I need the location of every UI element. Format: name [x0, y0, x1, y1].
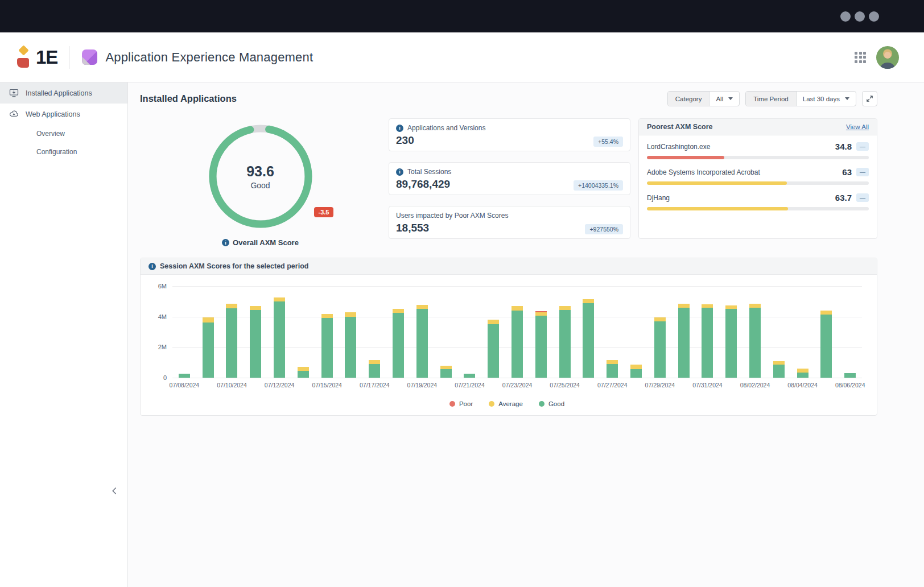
stat-label: Applications and Versions: [407, 124, 485, 132]
axm-score: 34.8: [835, 142, 852, 151]
session-stacked-bar[interactable]: [203, 317, 214, 378]
info-icon[interactable]: i: [148, 263, 156, 270]
axm-app-name: LordCrashington.exe: [647, 143, 710, 151]
session-stacked-bar[interactable]: [535, 311, 547, 378]
axm-row: DjHang 63.7 —: [639, 187, 877, 212]
session-stacked-bar[interactable]: [440, 366, 452, 378]
fullscreen-button[interactable]: [862, 91, 877, 106]
x-axis-label: 07/29/2024: [645, 382, 675, 388]
session-stacked-bar[interactable]: [630, 365, 642, 378]
info-icon[interactable]: i: [396, 168, 403, 176]
legend-item-good[interactable]: Good: [539, 400, 564, 407]
apps-grid-icon[interactable]: [855, 52, 866, 63]
session-stacked-bar[interactable]: [369, 360, 380, 378]
bar-segment-good: [678, 308, 690, 378]
chart-bar-slot: 07/19/2024: [410, 286, 434, 378]
bar-segment-average: [678, 304, 690, 308]
session-stacked-bar[interactable]: [416, 305, 428, 378]
chart-bar-slot: 08/06/2024: [838, 286, 862, 378]
session-stacked-bar[interactable]: [393, 309, 404, 378]
view-all-link[interactable]: View All: [846, 123, 869, 130]
session-stacked-bar[interactable]: [583, 299, 594, 378]
session-stacked-bar[interactable]: [250, 306, 261, 378]
session-stacked-bar[interactable]: [345, 312, 356, 378]
x-axis-label: 07/21/2024: [455, 382, 485, 388]
legend-label: Poor: [459, 400, 473, 407]
info-icon[interactable]: i: [222, 239, 229, 246]
chart-title: Session AXM Scores for the selected peri…: [160, 262, 308, 270]
bar-segment-average: [345, 312, 356, 317]
session-stacked-bar[interactable]: [298, 367, 309, 378]
sidebar-item-web-applications[interactable]: Web Applications: [0, 104, 127, 125]
session-stacked-bar[interactable]: [725, 305, 737, 378]
session-stacked-bar[interactable]: [702, 304, 713, 378]
bar-segment-good: [820, 315, 832, 378]
stat-card-users-impacted: Users impacted by Poor AXM Scores 18,553…: [389, 206, 630, 239]
session-stacked-bar[interactable]: [464, 374, 475, 378]
session-stacked-bar[interactable]: [488, 320, 499, 378]
sidebar-item-installed-applications[interactable]: Installed Applications: [0, 82, 127, 104]
bar-segment-good: [630, 369, 642, 378]
bar-segment-good: [203, 323, 214, 378]
bar-segment-good: [393, 313, 404, 378]
logo-diamond-shape: [18, 45, 28, 55]
1e-logo[interactable]: 1E: [17, 45, 57, 70]
session-stacked-bar[interactable]: [797, 369, 808, 378]
legend-item-average[interactable]: Average: [489, 400, 523, 407]
stat-card-total-sessions: i Total Sessions 89,768,429 +14004335.1%: [389, 162, 630, 195]
category-filter[interactable]: Category All: [667, 91, 740, 106]
bar-segment-good: [844, 373, 856, 378]
axm-progress-track: [647, 207, 869, 210]
chart-bar-slot: [529, 286, 553, 378]
x-axis-label: 07/12/2024: [265, 382, 295, 388]
bar-segment-average: [797, 369, 808, 373]
window-dot-icon[interactable]: [840, 11, 851, 22]
session-stacked-bar[interactable]: [844, 373, 856, 378]
session-stacked-bar[interactable]: [654, 317, 666, 378]
chart-bar-slot: 07/21/2024: [458, 286, 482, 378]
sidebar-subitem-configuration[interactable]: Configuration: [0, 143, 127, 161]
session-stacked-bar[interactable]: [607, 360, 618, 378]
y-axis-tick-label: 2M: [158, 344, 167, 350]
window-dot-icon[interactable]: [869, 11, 879, 22]
chart-bar-slot: [434, 286, 458, 378]
trend-dash-badge: —: [856, 168, 869, 176]
trend-dash-badge: —: [856, 142, 869, 151]
chart-bar-slot: 08/04/2024: [791, 286, 815, 378]
chart-bar-slot: [767, 286, 791, 378]
bar-segment-good: [226, 308, 237, 378]
legend-item-poor[interactable]: Poor: [449, 400, 473, 407]
session-stacked-bar[interactable]: [559, 306, 571, 378]
sidebar-item-label: Web Applications: [26, 110, 80, 118]
bar-segment-average: [274, 297, 285, 301]
chart-bar-slot: [719, 286, 743, 378]
sidebar-subitem-overview[interactable]: Overview: [0, 125, 127, 143]
monitor-download-icon: [9, 88, 19, 98]
axm-row: Adobe Systems Incorporated Acrobat 63 —: [639, 161, 877, 187]
session-stacked-bar[interactable]: [749, 304, 761, 378]
user-avatar[interactable]: [876, 46, 899, 69]
info-icon[interactable]: i: [396, 125, 403, 132]
time-period-filter[interactable]: Time Period Last 30 days: [745, 91, 856, 106]
session-stacked-bar[interactable]: [773, 361, 785, 378]
session-stacked-bar[interactable]: [678, 304, 690, 378]
x-axis-label: 07/27/2024: [597, 382, 628, 388]
chevron-down-icon: [728, 97, 733, 100]
category-filter-label: Category: [668, 92, 710, 106]
session-stacked-bar[interactable]: [226, 304, 237, 378]
x-axis-label: 07/23/2024: [502, 382, 533, 388]
app-title: Application Experience Management: [105, 50, 313, 65]
window-dot-icon[interactable]: [855, 11, 865, 22]
session-stacked-bar[interactable]: [179, 374, 190, 378]
axm-progress-fill: [647, 181, 787, 185]
stat-label: Users impacted by Poor AXM Scores: [396, 212, 508, 220]
session-stacked-bar[interactable]: [274, 297, 285, 378]
session-stacked-bar[interactable]: [321, 314, 333, 378]
sidebar-collapse-button[interactable]: [109, 486, 119, 496]
session-stacked-bar[interactable]: [820, 311, 832, 378]
session-stacked-bar[interactable]: [512, 306, 523, 378]
bar-segment-good: [583, 303, 594, 378]
chart-bar-slot: 07/23/2024: [505, 286, 529, 378]
bar-segment-good: [345, 317, 356, 378]
overall-score-rating: Good: [250, 181, 270, 190]
